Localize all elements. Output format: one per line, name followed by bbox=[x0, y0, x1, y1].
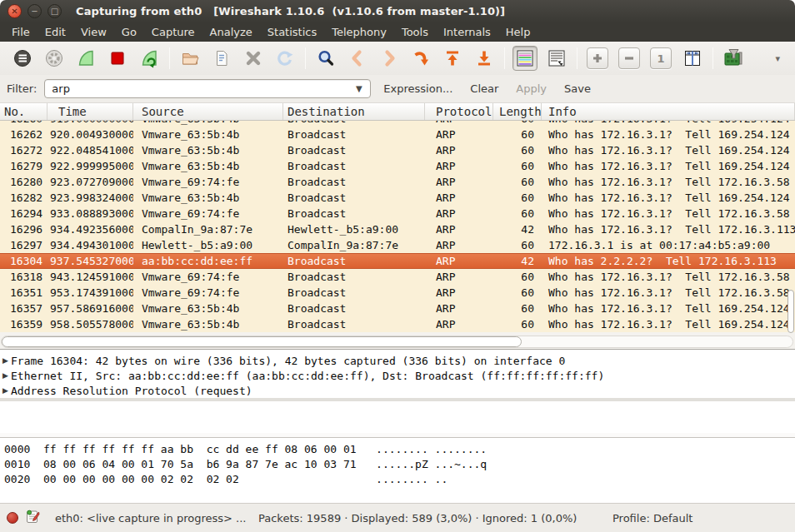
go-forward-icon[interactable] bbox=[378, 47, 400, 69]
cell-source: Vmware_63:5b:4b bbox=[133, 142, 283, 158]
detail-row[interactable]: ▶Frame 16304: 42 bytes on wire (336 bits… bbox=[0, 353, 795, 368]
cell-destination: Broadcast bbox=[283, 127, 425, 142]
packet-row-16282[interactable]: 16282923.998324000Vmware_63:5b:4bBroadca… bbox=[0, 190, 795, 206]
filter-combo: ▼ bbox=[44, 79, 371, 98]
expert-info-icon[interactable] bbox=[26, 510, 40, 526]
hex-row[interactable]: 0010 08 00 06 04 00 01 70 5a b6 9a 87 7e… bbox=[0, 457, 795, 472]
column-header-info[interactable]: Info bbox=[542, 103, 795, 120]
zoom-100-icon[interactable]: 1 bbox=[650, 47, 672, 69]
cell-source: Vmware_63:5b:4b bbox=[133, 190, 283, 206]
column-header-protocol[interactable]: Protocol bbox=[425, 103, 493, 120]
cell-no: 16304 bbox=[0, 253, 48, 269]
colorize-packets-button[interactable] bbox=[512, 46, 538, 71]
stop-capture-icon[interactable] bbox=[107, 47, 128, 69]
cell-time: 957.586916000 bbox=[48, 301, 133, 316]
window-minimize-button[interactable]: − bbox=[28, 4, 42, 18]
packet-row-16351[interactable]: 16351953.174391000Vmware_69:74:feBroadca… bbox=[0, 285, 795, 301]
packet-row-16262[interactable]: 16262920.004930000Vmware_63:5b:4bBroadca… bbox=[0, 127, 795, 142]
column-header-time[interactable]: Time bbox=[48, 103, 133, 120]
packet-row-16260[interactable]: 16260919.000000000Vmware_63:5b:4bBroadca… bbox=[0, 121, 795, 127]
menu-item-tools[interactable]: Tools bbox=[394, 23, 436, 41]
start-capture-icon[interactable] bbox=[75, 47, 97, 69]
capture-filter-icon[interactable] bbox=[722, 47, 744, 69]
cell-no: 16318 bbox=[0, 269, 48, 285]
go-to-top-icon[interactable] bbox=[442, 47, 463, 69]
window-close-button[interactable]: ✕ bbox=[8, 4, 22, 18]
packet-row-16272[interactable]: 16272922.048541000Vmware_63:5b:4bBroadca… bbox=[0, 142, 795, 158]
cell-info: Who has 172.16.3.1? Tell 172.16.3.58 bbox=[542, 285, 795, 301]
window-maximize-button[interactable]: □ bbox=[48, 4, 62, 18]
cell-destination: Broadcast bbox=[283, 301, 425, 316]
column-header-source[interactable]: Source bbox=[133, 103, 283, 120]
cell-length: 42 bbox=[493, 221, 542, 237]
list-interfaces-icon[interactable] bbox=[12, 47, 33, 69]
menu-item-analyze[interactable]: Analyze bbox=[202, 23, 260, 41]
column-header-destination[interactable]: Destination bbox=[283, 103, 425, 120]
cell-length: 60 bbox=[493, 285, 542, 301]
packet-row-16279[interactable]: 16279922.999995000Vmware_63:5b:4bBroadca… bbox=[0, 158, 795, 174]
save-button[interactable]: Save bbox=[558, 79, 598, 98]
cell-destination: Broadcast bbox=[283, 316, 425, 332]
horizontal-scrollbar-thumb[interactable] bbox=[2, 336, 522, 347]
packet-row-16318[interactable]: 16318943.124591000Vmware_69:74:feBroadca… bbox=[0, 269, 795, 285]
apply-button[interactable]: Apply bbox=[509, 79, 553, 98]
cell-source: Vmware_63:5b:4b bbox=[133, 121, 283, 127]
cell-length: 60 bbox=[493, 158, 542, 174]
zoom-out-icon[interactable] bbox=[618, 47, 640, 69]
hex-dump: 0000 ff ff ff ff ff ff aa bb cc dd ee ff… bbox=[0, 438, 795, 504]
packet-row-16294[interactable]: 16294933.088893000Vmware_69:74:feBroadca… bbox=[0, 206, 795, 221]
detail-row[interactable]: ▶Ethernet II, Src: aa:bb:cc:dd:ee:ff (aa… bbox=[0, 368, 795, 383]
capture-options-icon[interactable] bbox=[43, 47, 65, 69]
menu-item-edit[interactable]: Edit bbox=[38, 23, 73, 41]
filter-dropdown-icon[interactable]: ▼ bbox=[348, 80, 370, 97]
open-file-icon[interactable] bbox=[179, 47, 201, 69]
zoom-in-icon[interactable] bbox=[587, 47, 608, 69]
cell-info: Who has 2.2.2.2? Tell 172.16.3.113 bbox=[542, 253, 795, 269]
menu-item-internals[interactable]: Internals bbox=[436, 23, 498, 41]
cell-source: Vmware_69:74:fe bbox=[133, 206, 283, 221]
menu-item-file[interactable]: File bbox=[4, 23, 38, 41]
hex-row[interactable]: 0020 00 00 00 00 00 00 02 02 02 02 .....… bbox=[0, 472, 795, 487]
auto-scroll-icon[interactable] bbox=[546, 47, 568, 69]
menu-item-go[interactable]: Go bbox=[114, 23, 144, 41]
expression-button[interactable]: Expression... bbox=[377, 79, 459, 98]
packet-row-16297[interactable]: 16297934.494301000Hewlett-_b5:a9:00Compa… bbox=[0, 237, 795, 253]
packet-row-16304[interactable]: 16304937.545327000aa:bb:cc:dd:ee:ffBroad… bbox=[0, 253, 795, 269]
menu-item-telephony[interactable]: Telephony bbox=[324, 23, 394, 41]
cell-no: 16359 bbox=[0, 316, 48, 332]
menu-item-view[interactable]: View bbox=[73, 23, 114, 41]
restart-capture-icon[interactable] bbox=[138, 47, 160, 69]
cell-time: 934.492356000 bbox=[48, 221, 133, 237]
go-to-packet-icon[interactable] bbox=[410, 47, 432, 69]
toolbar-overflow-icon[interactable]: ▾ bbox=[775, 53, 780, 64]
clear-button[interactable]: Clear bbox=[463, 79, 505, 98]
filter-input[interactable] bbox=[45, 82, 348, 95]
packet-row-16296[interactable]: 16296934.492356000CompalIn_9a:87:7eHewle… bbox=[0, 221, 795, 237]
expander-icon[interactable]: ▶ bbox=[2, 386, 11, 395]
expander-icon[interactable]: ▶ bbox=[2, 356, 11, 365]
cell-destination: Broadcast bbox=[283, 253, 425, 269]
find-packet-icon[interactable] bbox=[315, 47, 337, 69]
close-capture-icon[interactable] bbox=[242, 47, 264, 69]
save-file-icon[interactable] bbox=[211, 47, 232, 69]
menu-item-statistics[interactable]: Statistics bbox=[260, 23, 324, 41]
packet-row-16359[interactable]: 16359958.505578000Vmware_63:5b:4bBroadca… bbox=[0, 316, 795, 332]
cell-length: 42 bbox=[493, 253, 542, 269]
cell-time: 933.088893000 bbox=[48, 206, 133, 221]
cell-time: 922.048541000 bbox=[48, 142, 133, 158]
packet-row-16280[interactable]: 16280923.072709000Vmware_69:74:feBroadca… bbox=[0, 174, 795, 190]
expander-icon[interactable]: ▶ bbox=[2, 371, 11, 380]
column-header-length[interactable]: Length bbox=[493, 103, 542, 120]
go-to-bottom-icon[interactable] bbox=[473, 47, 495, 69]
hex-row[interactable]: 0000 ff ff ff ff ff ff aa bb cc dd ee ff… bbox=[0, 442, 795, 457]
go-back-icon[interactable] bbox=[347, 47, 368, 69]
resize-columns-icon[interactable] bbox=[682, 47, 703, 69]
vertical-scrollbar-thumb[interactable] bbox=[788, 290, 794, 333]
packet-row-16357[interactable]: 16357957.586916000Vmware_63:5b:4bBroadca… bbox=[0, 301, 795, 316]
menu-item-help[interactable]: Help bbox=[498, 23, 538, 41]
column-header-no[interactable]: No. bbox=[0, 103, 48, 120]
detail-row[interactable]: ▶Address Resolution Protocol (request) bbox=[0, 383, 795, 398]
cell-no: 16279 bbox=[0, 158, 48, 174]
menu-item-capture[interactable]: Capture bbox=[144, 23, 202, 41]
reload-icon[interactable] bbox=[274, 47, 296, 69]
